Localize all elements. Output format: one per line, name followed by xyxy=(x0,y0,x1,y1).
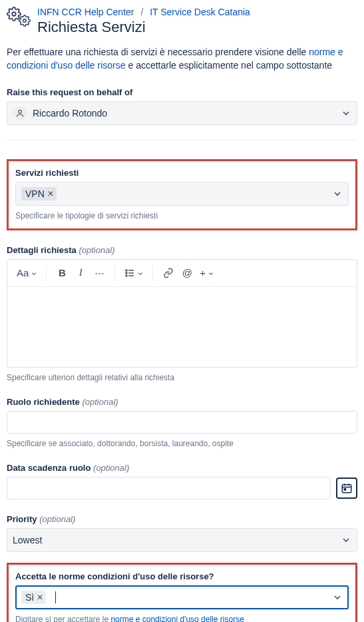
intro-text: Per effettuare una richiesta di servizi … xyxy=(7,45,357,73)
toolbar-separator xyxy=(114,266,115,280)
accetta-select[interactable]: Sì ✕ xyxy=(15,585,349,609)
list-button[interactable] xyxy=(122,264,146,282)
behalf-select[interactable]: Riccardo Rotondo xyxy=(7,101,357,125)
dettagli-label-text: Dettagli richiesta xyxy=(7,245,77,255)
accetta-label: Accetta le norme condizioni d'uso delle … xyxy=(15,571,349,581)
accetta-pill-text: Sì xyxy=(25,592,34,603)
svg-rect-9 xyxy=(342,484,351,492)
dettagli-label: Dettagli richiesta (optional) xyxy=(7,245,357,255)
breadcrumb-desk-link[interactable]: IT Service Desk Catania xyxy=(150,7,250,17)
chevron-down-icon xyxy=(332,188,343,199)
mention-button[interactable]: @ xyxy=(178,264,196,282)
priority-value: Lowest xyxy=(13,535,42,545)
bold-button[interactable]: B xyxy=(53,264,71,282)
servizi-label: Servizi richiesti xyxy=(15,168,349,178)
priority-label: Priority (optional) xyxy=(7,514,357,524)
servizi-help: Specificare le tipologie di servizi rich… xyxy=(15,211,349,220)
svg-point-7 xyxy=(126,275,127,276)
field-behalf: Raise this request on behalf of Riccardo… xyxy=(7,87,357,125)
insert-button[interactable]: + xyxy=(197,264,216,282)
more-formatting-button[interactable]: ⋯ xyxy=(91,264,108,282)
editor-toolbar: Aa B I ⋯ xyxy=(7,260,357,287)
svg-point-5 xyxy=(126,272,127,274)
field-ruolo: Ruolo richiedente (optional) Specificare… xyxy=(7,397,357,448)
svg-point-0 xyxy=(12,12,16,16)
ruolo-label: Ruolo richiedente (optional) xyxy=(7,397,357,407)
dettagli-help: Specificare ulteriori dettagli relativi … xyxy=(7,373,357,382)
scadenza-label-text: Data scadenza ruolo xyxy=(7,463,91,473)
italic-button[interactable]: I xyxy=(72,264,89,282)
divider xyxy=(7,140,357,141)
servizi-pill: VPN ✕ xyxy=(21,187,57,200)
priority-label-text: Priority xyxy=(7,514,37,524)
priority-optional: (optional) xyxy=(39,514,75,524)
remove-pill-icon[interactable]: ✕ xyxy=(47,189,54,198)
text-style-button[interactable]: Aa xyxy=(14,264,39,282)
svg-point-1 xyxy=(23,19,27,23)
page-header: INFN CCR Help Center / IT Service Desk C… xyxy=(7,5,357,36)
scadenza-optional: (optional) xyxy=(93,463,129,473)
editor-body[interactable] xyxy=(7,287,357,367)
priority-select[interactable]: Lowest xyxy=(7,528,357,552)
gears-icon xyxy=(7,5,33,32)
calendar-button[interactable] xyxy=(336,477,357,499)
chevron-down-icon xyxy=(208,267,214,278)
text-style-label: Aa xyxy=(17,267,29,278)
user-avatar-icon xyxy=(13,106,27,121)
intro-suffix: e accettarle esplicitamente nel campo so… xyxy=(126,60,333,71)
scadenza-input[interactable] xyxy=(7,477,331,499)
ruolo-optional: (optional) xyxy=(82,397,118,407)
chevron-down-icon xyxy=(138,267,143,278)
rich-text-editor: Aa B I ⋯ xyxy=(7,259,357,368)
svg-rect-13 xyxy=(344,488,345,489)
field-scadenza: Data scadenza ruolo (optional) xyxy=(7,463,357,499)
ruolo-label-text: Ruolo richiedente xyxy=(7,397,80,407)
breadcrumb-home-link[interactable]: INFN CCR Help Center xyxy=(37,7,134,17)
breadcrumb: INFN CCR Help Center / IT Service Desk C… xyxy=(37,7,357,17)
dettagli-optional: (optional) xyxy=(79,245,114,255)
ruolo-help: Specificare se associato, dottorando, bo… xyxy=(7,439,357,448)
svg-point-3 xyxy=(126,270,127,271)
highlight-accetta: Accetta le norme condizioni d'uso delle … xyxy=(7,563,357,622)
scadenza-label: Data scadenza ruolo (optional) xyxy=(7,463,357,473)
breadcrumb-separator: / xyxy=(140,7,143,17)
calendar-icon xyxy=(341,482,353,494)
link-button[interactable] xyxy=(160,264,177,282)
accetta-help-prefix: Digitare sì per accettare le xyxy=(15,615,110,622)
field-priority: Priority (optional) Lowest xyxy=(7,514,357,552)
toolbar-separator xyxy=(152,266,153,280)
accetta-terms-link[interactable]: norme e condizioni d'uso delle risorse xyxy=(110,615,244,622)
highlight-servizi: Servizi richiesti VPN ✕ Specificare le t… xyxy=(7,159,357,230)
chevron-down-icon xyxy=(332,592,343,603)
servizi-select[interactable]: VPN ✕ xyxy=(15,182,349,206)
behalf-label: Raise this request on behalf of xyxy=(7,87,357,97)
page-title: Richiesta Servizi xyxy=(37,19,357,36)
accetta-pill: Sì ✕ xyxy=(21,591,46,604)
text-cursor xyxy=(55,591,56,603)
accetta-help: Digitare sì per accettare le norme e con… xyxy=(15,615,349,622)
servizi-pill-text: VPN xyxy=(25,188,45,199)
remove-pill-icon[interactable]: ✕ xyxy=(37,593,43,602)
chevron-down-icon xyxy=(341,535,351,545)
toolbar-separator xyxy=(46,266,47,280)
svg-point-2 xyxy=(19,110,22,113)
intro-prefix: Per effettuare una richiesta di servizi … xyxy=(7,47,309,57)
ruolo-input[interactable] xyxy=(7,411,357,434)
chevron-down-icon xyxy=(341,108,351,119)
field-dettagli: Dettagli richiesta (optional) Aa B I ⋯ xyxy=(7,245,357,382)
chevron-down-icon xyxy=(31,267,37,278)
behalf-value: Riccardo Rotondo xyxy=(33,108,107,119)
